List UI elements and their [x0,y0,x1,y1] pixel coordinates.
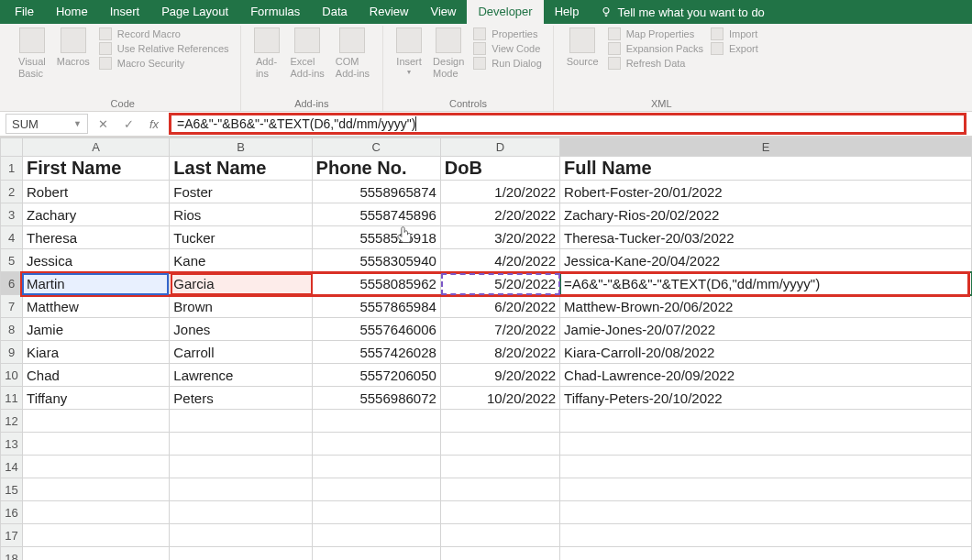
row-header-7[interactable]: 7 [1,295,23,318]
cell[interactable] [440,410,559,433]
cell[interactable] [560,524,972,547]
cell[interactable]: Zachary-Rios-20/02/2022 [560,203,972,226]
cell[interactable]: 10/20/2022 [440,387,559,410]
cell[interactable]: Kiara-Carroll-20/08/2022 [560,341,972,364]
cell[interactable] [23,410,170,433]
row-header-18[interactable]: 18 [1,547,23,561]
cell[interactable] [312,501,440,524]
excel-addins-button[interactable]: Excel Add-ins [285,26,330,81]
row-header-3[interactable]: 3 [1,203,23,226]
addins-button[interactable]: Add- ins [249,26,285,81]
cell[interactable] [560,456,972,478]
cell[interactable]: Lawrence [170,364,312,387]
cell[interactable] [170,524,312,547]
cell[interactable]: Robert-Foster-20/01/2022 [560,181,972,203]
cell[interactable]: Garcia [170,272,312,295]
cell[interactable]: 5557206050 [312,364,440,387]
cell[interactable]: Phone No. [312,157,440,181]
cell[interactable]: Kane [170,249,312,272]
cell[interactable]: 5557646006 [312,318,440,341]
cell[interactable]: 5558305940 [312,249,440,272]
row-header-6[interactable]: 6 [1,272,23,295]
cell[interactable]: Peters [170,387,312,410]
cell[interactable]: Foster [170,181,312,203]
refresh-data-button[interactable]: Refresh Data [608,57,703,70]
cell[interactable] [312,410,440,433]
tab-review[interactable]: Review [359,0,420,24]
macro-security-button[interactable]: Macro Security [99,57,229,70]
select-all-corner[interactable] [1,138,23,157]
cell[interactable]: Jamie-Jones-20/07/2022 [560,318,972,341]
cell[interactable] [170,433,312,456]
cell[interactable] [23,433,170,456]
cell[interactable] [312,456,440,478]
visual-basic-button[interactable]: Visual Basic [13,26,51,81]
cell[interactable]: Zachary [23,203,170,226]
row-header-1[interactable]: 1 [1,157,23,181]
cell[interactable]: Tiffany-Peters-20/10/2022 [560,387,972,410]
tab-page-layout[interactable]: Page Layout [150,0,239,24]
col-header-A[interactable]: A [23,138,170,157]
cell[interactable] [23,501,170,524]
cell[interactable]: Theresa-Tucker-20/03/2022 [560,226,972,249]
record-macro-button[interactable]: Record Macro [99,27,229,40]
cell[interactable]: Chad [23,364,170,387]
cell[interactable]: Jessica [23,249,170,272]
row-header-17[interactable]: 17 [1,524,23,547]
cancel-formula-button[interactable]: ✕ [92,114,114,134]
expansion-packs-button[interactable]: Expansion Packs [608,42,703,55]
cell[interactable]: Tucker [170,226,312,249]
cell[interactable] [440,433,559,456]
cell[interactable]: DoB [440,157,559,181]
cell[interactable]: Martin [23,272,170,295]
row-header-12[interactable]: 12 [1,410,23,433]
cell[interactable] [560,433,972,456]
cell[interactable]: 5556986072 [312,387,440,410]
cell[interactable]: Jamie [23,318,170,341]
cell[interactable]: Matthew [23,295,170,318]
row-header-14[interactable]: 14 [1,456,23,478]
name-box[interactable]: SUM ▼ [6,114,88,134]
col-header-B[interactable]: B [170,138,312,157]
tell-me-search[interactable]: Tell me what you want to do [590,5,775,19]
map-properties-button[interactable]: Map Properties [608,27,703,40]
xml-import-button[interactable]: Import [711,27,758,40]
cell[interactable] [170,410,312,433]
insert-control-button[interactable]: Insert▾ [391,26,427,78]
row-header-4[interactable]: 4 [1,226,23,249]
cell[interactable]: Tiffany [23,387,170,410]
cell[interactable]: 4/20/2022 [440,249,559,272]
cell[interactable]: 3/20/2022 [440,226,559,249]
cell[interactable]: 5558965874 [312,181,440,203]
enter-formula-button[interactable]: ✓ [117,114,139,134]
cell[interactable] [23,524,170,547]
cell[interactable] [560,547,972,561]
row-header-5[interactable]: 5 [1,249,23,272]
row-header-15[interactable]: 15 [1,478,23,501]
cell[interactable] [23,478,170,501]
cell[interactable] [440,501,559,524]
col-header-C[interactable]: C [312,138,440,157]
insert-function-button[interactable]: fx [143,114,165,134]
col-header-D[interactable]: D [440,138,559,157]
cell[interactable]: Matthew-Brown-20/06/2022 [560,295,972,318]
cell[interactable] [170,478,312,501]
col-header-E[interactable]: E [560,138,972,157]
tab-formulas[interactable]: Formulas [239,0,311,24]
cell[interactable] [440,456,559,478]
cell[interactable]: Full Name [560,157,972,181]
cell[interactable]: Jessica-Kane-20/04/2022 [560,249,972,272]
worksheet-grid[interactable]: A B C D E 1First NameLast NamePhone No.D… [0,137,972,560]
xml-source-button[interactable]: Source [561,26,604,70]
cell[interactable]: 5558745896 [312,203,440,226]
cell[interactable]: 5558525918 [312,226,440,249]
cell[interactable]: 2/20/2022 [440,203,559,226]
cell[interactable]: Brown [170,295,312,318]
cell[interactable] [312,433,440,456]
row-header-8[interactable]: 8 [1,318,23,341]
cell[interactable]: Theresa [23,226,170,249]
cell[interactable]: 5558085962 [312,272,440,295]
formula-input[interactable]: =A6&"-"&B6&"-"&TEXT(D6,"dd/mm/yyyy") [169,113,966,135]
tab-data[interactable]: Data [311,0,358,24]
cell[interactable] [560,410,972,433]
